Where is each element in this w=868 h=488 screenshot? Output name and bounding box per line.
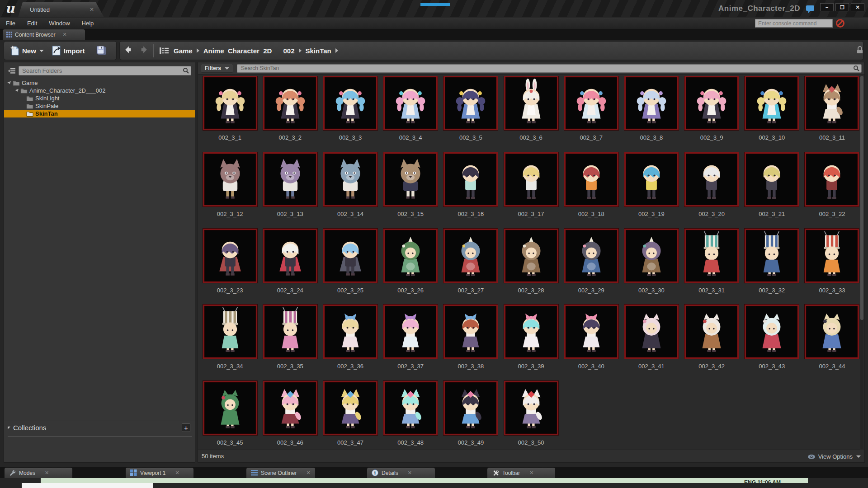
asset-thumbnail-002_3_8[interactable] [624, 76, 679, 130]
asset-thumbnail-002_3_7[interactable] [564, 76, 618, 130]
dock-tab-viewport-1[interactable]: Viewport 1 ✕ [126, 468, 193, 478]
dock-tab-close-icon[interactable]: ✕ [408, 470, 412, 476]
new-button[interactable]: New [8, 43, 46, 58]
asset-thumbnail-002_3_9[interactable] [684, 76, 739, 130]
document-tab-close-icon[interactable]: ✕ [90, 2, 94, 17]
folder-tree-item-skintan[interactable]: SkinTan [4, 110, 195, 117]
folder-tree-item-anime_character_2d___002[interactable]: Anime_Character_2D___002 [4, 87, 195, 94]
asset-thumbnail-002_3_16[interactable] [443, 152, 498, 206]
path-list-icon[interactable] [159, 47, 169, 55]
search-assets-input[interactable]: Search SkinTan [237, 64, 862, 73]
document-tab[interactable]: Untitled ✕ [18, 2, 104, 17]
dock-tab-details[interactable]: i Details ✕ [367, 468, 435, 478]
asset-thumbnail-002_3_45[interactable] [203, 381, 257, 435]
asset-thumbnail-002_3_24[interactable] [263, 229, 317, 283]
folder-tree-item-skinlight[interactable]: SkinLight [4, 94, 195, 102]
breadcrumb-skintan[interactable]: SkinTan [305, 47, 332, 55]
dock-tab-scene-outliner[interactable]: Scene Outliner ✕ [246, 468, 315, 478]
back-button[interactable] [124, 46, 134, 56]
import-button[interactable]: Import [49, 43, 87, 58]
asset-cell: 002_3_37 [381, 305, 441, 381]
grid-scrollbar[interactable] [860, 76, 863, 449]
asset-thumbnail-002_3_46[interactable] [263, 381, 317, 435]
asset-thumbnail-002_3_40[interactable] [564, 305, 618, 359]
menu-item-edit[interactable]: Edit [21, 18, 43, 29]
asset-thumbnail-002_3_13[interactable] [263, 152, 317, 206]
asset-thumbnail-002_3_39[interactable] [504, 305, 558, 359]
dock-tab-modes[interactable]: Modes ✕ [5, 468, 72, 478]
forward-button[interactable] [138, 46, 148, 56]
asset-thumbnail-002_3_17[interactable] [504, 152, 558, 206]
dock-tab-toolbar[interactable]: Toolbar ✕ [487, 468, 555, 478]
asset-thumbnail-002_3_33[interactable] [805, 229, 859, 283]
asset-thumbnail-002_3_14[interactable] [323, 152, 377, 206]
asset-thumbnail-002_3_21[interactable] [745, 152, 799, 206]
asset-thumbnail-002_3_31[interactable] [684, 229, 739, 283]
asset-thumbnail-002_3_35[interactable] [263, 305, 317, 359]
asset-thumbnail-002_3_22[interactable] [805, 152, 859, 206]
dock-tab-close-icon[interactable]: ✕ [529, 470, 533, 476]
asset-thumbnail-002_3_28[interactable] [504, 229, 558, 283]
asset-thumbnail-002_3_30[interactable] [624, 229, 679, 283]
restore-button[interactable]: ❐ [835, 3, 849, 11]
asset-thumbnail-002_3_4[interactable] [383, 76, 438, 130]
asset-thumbnail-002_3_44[interactable] [805, 305, 859, 359]
import-icon [51, 45, 61, 56]
asset-thumbnail-002_3_1[interactable] [203, 76, 257, 130]
asset-thumbnail-002_3_23[interactable] [203, 229, 257, 283]
breadcrumb-anime_character_2d___002[interactable]: Anime_Character_2D___002 [203, 47, 296, 55]
asset-thumbnail-002_3_6[interactable] [504, 76, 558, 130]
menu-item-help[interactable]: Help [76, 18, 100, 29]
add-collection-button[interactable]: + [182, 423, 190, 432]
close-button[interactable]: ✕ [851, 3, 864, 11]
asset-thumbnail-002_3_10[interactable] [745, 76, 799, 130]
asset-thumbnail-002_3_47[interactable] [323, 381, 377, 435]
expand-arrow-icon[interactable] [7, 81, 11, 84]
dock-tab-close-icon[interactable]: ✕ [175, 470, 179, 476]
asset-thumbnail-002_3_32[interactable] [745, 229, 799, 283]
asset-thumbnail-002_3_43[interactable] [745, 305, 799, 359]
asset-thumbnail-002_3_34[interactable] [203, 305, 257, 359]
asset-thumbnail-002_3_29[interactable] [564, 229, 618, 283]
asset-thumbnail-002_3_5[interactable] [443, 76, 498, 130]
folder-tree-item-skinpale[interactable]: SkinPale [4, 102, 195, 110]
asset-thumbnail-002_3_12[interactable] [203, 152, 257, 206]
asset-thumbnail-002_3_18[interactable] [564, 152, 618, 206]
asset-thumbnail-002_3_11[interactable] [805, 76, 859, 130]
asset-thumbnail-002_3_15[interactable] [383, 152, 438, 206]
content-browser-tab-close-icon[interactable]: ✕ [62, 32, 66, 38]
expand-arrow-icon[interactable] [15, 89, 19, 92]
asset-thumbnail-002_3_49[interactable] [443, 381, 498, 435]
view-options-button[interactable]: View Options [807, 453, 861, 460]
asset-thumbnail-002_3_42[interactable] [684, 305, 739, 359]
asset-thumbnail-002_3_25[interactable] [323, 229, 377, 283]
lock-sources-icon[interactable] [856, 46, 863, 56]
asset-thumbnail-002_3_38[interactable] [443, 305, 498, 359]
asset-thumbnail-002_3_3[interactable] [323, 76, 377, 130]
asset-thumbnail-002_3_19[interactable] [624, 152, 679, 206]
content-browser-tab[interactable]: Content Browser ✕ [3, 29, 85, 40]
sources-toggle-icon[interactable] [8, 67, 16, 75]
menu-item-window[interactable]: Window [43, 18, 75, 29]
asset-thumbnail-002_3_37[interactable] [383, 305, 438, 359]
asset-thumbnail-002_3_50[interactable] [504, 381, 558, 435]
menu-item-file[interactable]: File [0, 18, 21, 29]
feedback-bubble-icon[interactable] [806, 5, 815, 15]
folder-tree-item-game[interactable]: Game [4, 79, 195, 87]
dock-tab-close-icon[interactable]: ✕ [45, 470, 49, 476]
asset-thumbnail-002_3_27[interactable] [443, 229, 498, 283]
asset-thumbnail-002_3_20[interactable] [684, 152, 739, 206]
minimize-button[interactable]: – [820, 3, 834, 11]
collections-header[interactable]: Collections + [4, 421, 195, 434]
save-all-button[interactable] [94, 43, 109, 58]
asset-thumbnail-002_3_48[interactable] [383, 381, 438, 435]
filters-button[interactable]: Filters [201, 64, 233, 73]
asset-thumbnail-002_3_41[interactable] [624, 305, 679, 359]
breadcrumb-game[interactable]: Game [173, 47, 193, 55]
asset-thumbnail-002_3_2[interactable] [263, 76, 317, 130]
search-folders-input[interactable]: Search Folders [19, 66, 191, 75]
asset-thumbnail-002_3_36[interactable] [323, 305, 377, 359]
asset-thumbnail-002_3_26[interactable] [383, 229, 438, 283]
console-command-input[interactable] [755, 19, 833, 28]
dock-tab-close-icon[interactable]: ✕ [306, 470, 310, 476]
